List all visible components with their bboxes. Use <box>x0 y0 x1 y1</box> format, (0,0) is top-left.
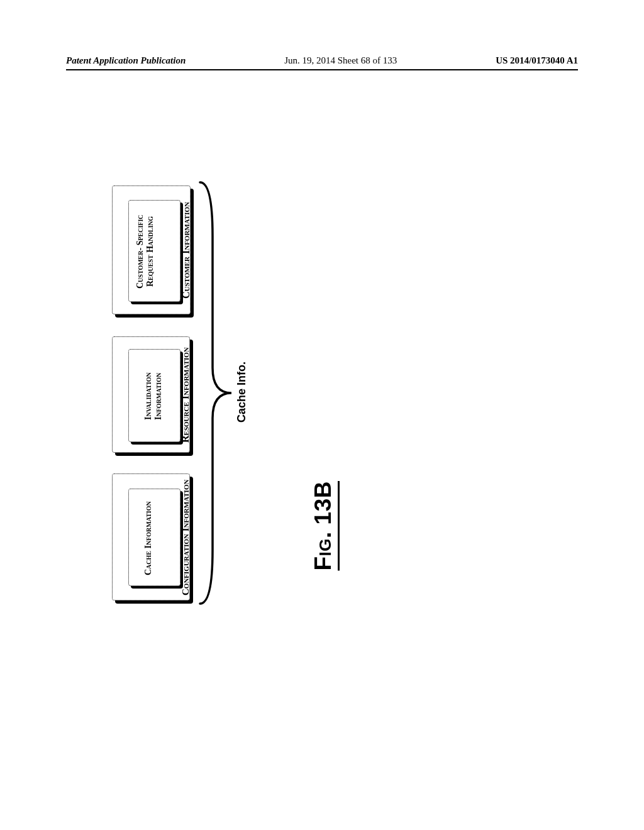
subsection-invalidation: Invalidation Information <box>128 349 180 442</box>
subsection-customer-specific: Customer- Specific Request Handling <box>128 200 180 302</box>
header-right: US 2014/0173040 A1 <box>496 55 578 66</box>
subsection-title: Customer- Specific Request Handling <box>135 206 155 297</box>
brace-icon <box>197 179 235 607</box>
brace-label: Cache Info. <box>236 362 247 423</box>
section-resource-information: Resource Information Invalidation Inform… <box>112 336 190 453</box>
subsection-title: Cache Information <box>143 501 153 576</box>
subsection-title: Invalidation Information <box>143 358 164 434</box>
header-left: Patent Application Publication <box>66 55 186 66</box>
figure-caption-text: Fig. 13B <box>310 481 336 570</box>
diagram-fig-13b: Customer Information Customer- Specific … <box>112 185 384 600</box>
header-center: Jun. 19, 2014 Sheet 68 of 133 <box>284 55 397 66</box>
header-rule <box>66 69 578 70</box>
figure-caption: Fig. 13B <box>310 481 336 570</box>
section-customer-information: Customer Information Customer- Specific … <box>112 185 191 314</box>
section-title: Configuration Information <box>180 477 191 598</box>
section-title: Customer Information <box>180 192 192 309</box>
section-configuration-information: Configuration Information Cache Informat… <box>112 473 190 600</box>
page-header: Patent Application Publication Jun. 19, … <box>66 55 578 66</box>
section-title: Resource Information <box>180 343 191 447</box>
subsection-cache-info: Cache Information <box>128 489 180 586</box>
